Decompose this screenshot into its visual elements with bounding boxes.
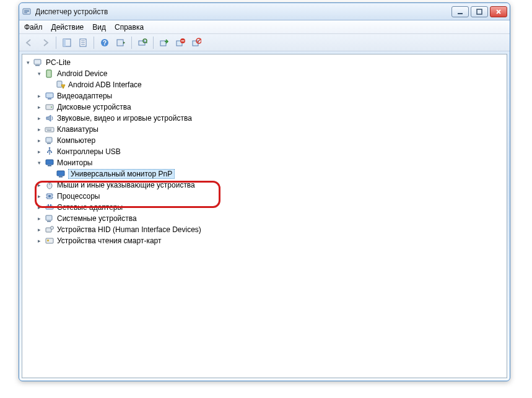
svg-rect-35 — [46, 129, 48, 129]
svg-rect-27 — [46, 70, 51, 77]
svg-rect-32 — [46, 105, 53, 110]
svg-rect-3 — [24, 12, 27, 13]
toolbar-separator — [56, 37, 56, 49]
tree-label: Android ADB Interface — [68, 80, 142, 89]
expand-icon[interactable]: ▸ — [36, 93, 43, 100]
tree-panel[interactable]: ▾ PC-Lite ▾ Android Device — [22, 54, 507, 378]
tree-item-monitors[interactable]: ▾ Мониторы — [35, 157, 505, 168]
smartcard-icon — [45, 236, 55, 246]
tree-label: Сетевые адаптеры — [57, 203, 123, 212]
mouse-icon — [45, 180, 55, 190]
minimize-button[interactable] — [451, 6, 469, 17]
svg-rect-59 — [46, 215, 52, 220]
svg-rect-40 — [47, 143, 51, 144]
svg-rect-36 — [48, 129, 50, 129]
svg-rect-5 — [477, 9, 482, 14]
collapse-icon[interactable]: ▾ — [36, 160, 43, 167]
svg-rect-30 — [46, 93, 53, 98]
tree-item-disk[interactable]: ▸Дисковые устройства — [35, 102, 505, 113]
close-button[interactable] — [490, 6, 507, 17]
device-warning-icon: ! — [56, 80, 66, 90]
back-button[interactable] — [22, 36, 37, 50]
maximize-button[interactable] — [471, 6, 488, 17]
title-bar[interactable]: Диспетчер устройств — [19, 3, 510, 20]
tree-item-system[interactable]: ▸Системные устройства — [35, 213, 505, 224]
keyboard-icon — [45, 124, 55, 134]
tree-root[interactable]: ▾ PC-Lite — [24, 57, 505, 68]
svg-rect-2 — [24, 11, 29, 12]
toolbar-separator — [94, 37, 94, 49]
tree-item-network[interactable]: ▸Сетевые адаптеры — [35, 202, 505, 213]
tree-item-cpu[interactable]: ▸Процессоры — [35, 191, 505, 202]
svg-line-17 — [146, 42, 147, 43]
tree-label: Дисковые устройства — [57, 103, 131, 111]
tree-item-usb[interactable]: ▸Контроллеры USB — [35, 146, 505, 157]
show-hide-tree-button[interactable] — [59, 36, 74, 50]
svg-rect-46 — [57, 171, 64, 176]
svg-rect-31 — [48, 98, 51, 100]
hid-icon — [45, 225, 55, 235]
expand-icon[interactable]: ▸ — [36, 227, 43, 233]
svg-rect-14 — [117, 40, 123, 46]
tree-item-mice[interactable]: ▸Мыши и иные указывающие устройства — [35, 180, 505, 191]
svg-rect-44 — [46, 160, 53, 165]
expand-icon[interactable]: ▸ — [36, 238, 43, 244]
expand-icon[interactable]: ▸ — [36, 137, 43, 144]
tree-label: Компьютер — [57, 136, 95, 145]
action-button[interactable] — [113, 36, 128, 50]
expand-icon[interactable]: ▸ — [36, 193, 43, 200]
expand-icon[interactable]: ▸ — [36, 182, 43, 189]
svg-rect-26 — [35, 65, 40, 66]
tree-item-adb[interactable]: ! Android ADB Interface — [46, 79, 505, 90]
tree-item-keyboard[interactable]: ▸Клавиатуры — [35, 124, 505, 135]
svg-rect-34 — [45, 128, 54, 132]
disable-button[interactable] — [189, 36, 204, 50]
tree-item-android[interactable]: ▾ Android Device — [35, 68, 505, 79]
tree-item-smartcard[interactable]: ▸Устройства чтения смарт-карт — [35, 235, 505, 246]
toolbar: ? — [19, 34, 510, 51]
expand-icon[interactable]: ▸ — [36, 126, 43, 133]
scan-hardware-button[interactable] — [135, 36, 150, 50]
expand-icon[interactable]: ▸ — [36, 149, 43, 155]
svg-rect-38 — [47, 130, 51, 131]
svg-text:?: ? — [103, 40, 107, 46]
svg-rect-64 — [47, 240, 49, 241]
svg-rect-7 — [63, 39, 66, 46]
tree-item-hid[interactable]: ▸Устройства HID (Human Interface Devices… — [35, 224, 505, 235]
tree-item-pnp-monitor[interactable]: Универсальный монитор PnP — [46, 168, 505, 180]
forward-button[interactable] — [38, 36, 53, 50]
usb-icon — [45, 147, 55, 157]
properties-button[interactable] — [76, 36, 90, 50]
network-icon — [45, 202, 55, 212]
tree-label: Android Device — [57, 69, 107, 78]
display-adapter-icon — [45, 91, 55, 101]
menu-action[interactable]: Действие — [51, 23, 84, 32]
system-icon — [45, 214, 55, 223]
tree-label: Мониторы — [57, 158, 92, 167]
toolbar-separator — [153, 37, 154, 49]
collapse-icon[interactable]: ▾ — [25, 59, 32, 66]
collapse-icon[interactable]: ▾ — [36, 71, 43, 77]
svg-point-62 — [51, 227, 54, 230]
expand-icon[interactable]: ▸ — [36, 115, 43, 122]
tree-label: Звуковые, видео и игровые устройства — [57, 114, 192, 123]
svg-rect-1 — [24, 10, 29, 11]
menu-view[interactable]: Вид — [92, 23, 106, 32]
tree-label: Устройства HID (Human Interface Devices) — [57, 225, 201, 234]
tree-item-audio[interactable]: ▸Звуковые, видео и игровые устройства — [35, 113, 505, 124]
tree-label: Контроллеры USB — [57, 147, 121, 156]
expand-icon[interactable]: ▸ — [36, 215, 43, 222]
menu-help[interactable]: Справка — [115, 23, 144, 32]
update-driver-button[interactable] — [157, 36, 172, 50]
expand-icon[interactable]: ▸ — [36, 204, 43, 211]
tree-item-video[interactable]: ▸Видеоадаптеры — [35, 90, 505, 102]
menu-file[interactable]: Файл — [24, 23, 43, 32]
device-manager-window: Диспетчер устройств Файл Действие Вид Сп… — [19, 2, 510, 381]
svg-rect-39 — [46, 137, 52, 142]
tree-item-computer[interactable]: ▸Компьютер — [35, 135, 505, 146]
expand-icon[interactable]: ▸ — [36, 104, 43, 111]
uninstall-button[interactable] — [173, 36, 188, 50]
tree-label: Видеоадаптеры — [57, 92, 112, 100]
help-button[interactable]: ? — [97, 36, 112, 50]
tree-label: Устройства чтения смарт-карт — [57, 236, 161, 245]
